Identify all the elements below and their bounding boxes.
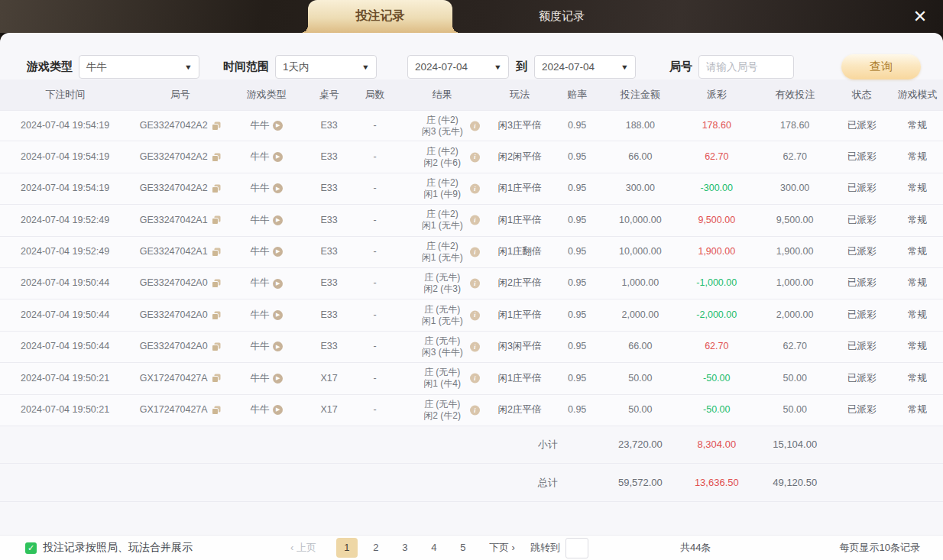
cell-table-no: E33 <box>303 246 355 258</box>
play-icon[interactable]: ▶ <box>273 342 283 351</box>
play-icon[interactable]: ▶ <box>273 279 283 289</box>
cell-status: 已派彩 <box>831 246 892 258</box>
tab-bet-records[interactable]: 投注记录 <box>308 0 452 33</box>
cell-game-type: 牛牛▶ <box>230 183 303 195</box>
cell-rounds: - <box>355 277 394 290</box>
copy-icon[interactable] <box>212 153 221 162</box>
merge-checkbox-label: 投注记录按照局、玩法合并展示 <box>43 541 193 555</box>
date-to-select[interactable]: 2024-07-04 ▼ <box>534 55 636 79</box>
info-icon[interactable]: i <box>470 247 480 257</box>
page-number-button[interactable]: 2 <box>365 538 387 558</box>
cell-bet-time: 2024-07-04 19:52:49 <box>0 246 130 258</box>
column-header: 投注金额 <box>605 89 675 101</box>
column-header: 赔率 <box>549 89 605 101</box>
cell-payout: 62.70 <box>675 341 758 353</box>
copy-icon[interactable] <box>212 311 221 320</box>
table-header-row: 下注时间局号游戏类型桌号局数结果玩法赔率投注金额派彩有效投注状态游戏模式 <box>0 79 943 110</box>
cell-play-type: 闲2庄平倍 <box>491 277 549 290</box>
date-to-label: 到 <box>516 60 527 74</box>
copy-icon[interactable] <box>212 215 221 225</box>
cell-odds: 0.95 <box>549 404 605 416</box>
close-button[interactable]: ✕ <box>905 0 935 33</box>
total-bet: 59,572.00 <box>605 477 675 489</box>
cell-status: 已派彩 <box>831 309 892 322</box>
play-icon[interactable]: ▶ <box>273 215 283 225</box>
jump-page-input[interactable] <box>565 538 588 558</box>
table-row: 2024-07-04 19:54:19GE33247042A2牛牛▶E33-庄 … <box>0 173 943 205</box>
play-icon[interactable]: ▶ <box>273 374 283 384</box>
page-number-button[interactable]: 3 <box>394 538 416 558</box>
copy-icon[interactable] <box>212 406 221 415</box>
play-icon[interactable]: ▶ <box>273 405 283 415</box>
table-row: 2024-07-04 19:50:44GE33247042A0牛牛▶E33-庄 … <box>0 332 943 363</box>
cell-result: 庄 (无牛)闲2 (牛3)i <box>394 272 491 295</box>
cell-table-no: E33 <box>303 215 355 227</box>
column-header: 桌号 <box>303 89 355 101</box>
cell-round-id: GE33247042A2 <box>130 120 230 132</box>
search-button[interactable]: 查询 <box>841 54 921 79</box>
copy-icon[interactable] <box>212 184 221 193</box>
copy-icon[interactable] <box>212 248 221 257</box>
cell-valid-bet: 50.00 <box>758 404 831 416</box>
column-header: 下注时间 <box>0 89 130 101</box>
date-from-select[interactable]: 2024-07-04 ▼ <box>407 55 509 79</box>
cell-bet-time: 2024-07-04 19:50:44 <box>0 277 130 290</box>
next-page-button[interactable]: 下页 › <box>489 541 515 555</box>
play-icon[interactable]: ▶ <box>273 121 283 131</box>
chevron-down-icon: ▼ <box>361 63 370 71</box>
info-icon[interactable]: i <box>470 405 480 415</box>
cell-valid-bet: 1,900.00 <box>758 246 831 258</box>
cell-result: 庄 (牛2)闲1 (无牛)i <box>394 209 491 231</box>
cell-status: 已派彩 <box>831 120 892 132</box>
copy-icon[interactable] <box>212 121 221 131</box>
info-icon[interactable]: i <box>470 152 480 162</box>
total-label: 总计 <box>491 477 606 489</box>
copy-icon[interactable] <box>212 374 221 383</box>
cell-rounds: - <box>355 215 394 227</box>
info-icon[interactable]: i <box>470 215 480 225</box>
merge-checkbox[interactable]: ✓ <box>25 542 37 554</box>
play-icon[interactable]: ▶ <box>273 310 283 320</box>
cell-bet-amount: 10,000.00 <box>605 215 675 227</box>
page-number-button[interactable]: 1 <box>336 538 358 558</box>
cell-bet-time: 2024-07-04 19:54:19 <box>0 120 130 132</box>
page-number-button[interactable]: 5 <box>452 538 474 558</box>
play-icon[interactable]: ▶ <box>273 152 283 162</box>
info-icon[interactable]: i <box>470 183 480 193</box>
page-number-button[interactable]: 4 <box>423 538 445 558</box>
cell-bet-time: 2024-07-04 19:50:21 <box>0 373 130 385</box>
cell-bet-amount: 300.00 <box>605 183 675 195</box>
play-icon[interactable]: ▶ <box>273 183 283 193</box>
cell-table-no: E33 <box>303 183 355 195</box>
close-icon: ✕ <box>913 7 927 27</box>
cell-valid-bet: 50.00 <box>758 373 831 385</box>
copy-icon[interactable] <box>212 342 221 351</box>
cell-round-id: GE33247042A1 <box>130 215 230 227</box>
info-icon[interactable]: i <box>470 279 480 289</box>
cell-table-no: E33 <box>303 309 355 322</box>
time-range-select[interactable]: 1天内 ▼ <box>275 55 377 79</box>
cell-game-type: 牛牛▶ <box>230 151 303 163</box>
column-header: 派彩 <box>675 89 758 101</box>
info-icon[interactable]: i <box>470 121 480 131</box>
round-id-input[interactable] <box>698 55 794 79</box>
table-row: 2024-07-04 19:50:44GE33247042A0牛牛▶E33-庄 … <box>0 268 943 299</box>
column-header: 游戏模式 <box>892 89 943 101</box>
cell-play-type: 闲2庄平倍 <box>491 404 549 416</box>
info-icon[interactable]: i <box>470 342 480 351</box>
cell-rounds: - <box>355 246 394 258</box>
prev-page-button[interactable]: ‹ 上页 <box>290 541 316 555</box>
play-icon[interactable]: ▶ <box>273 247 283 257</box>
cell-odds: 0.95 <box>549 309 605 322</box>
cell-valid-bet: 62.70 <box>758 341 831 353</box>
page-number-list: 12345 <box>336 538 481 558</box>
tab-quota-records[interactable]: 额度记录 <box>489 0 634 33</box>
info-icon[interactable]: i <box>470 310 480 320</box>
copy-icon[interactable] <box>212 279 221 288</box>
table-row: 2024-07-04 19:50:44GE33247042A0牛牛▶E33-庄 … <box>0 299 943 331</box>
cell-bet-amount: 50.00 <box>605 373 675 385</box>
cell-table-no: X17 <box>303 373 355 385</box>
info-icon[interactable]: i <box>470 374 480 384</box>
chevron-down-icon: ▼ <box>184 63 193 71</box>
game-type-select[interactable]: 牛牛 ▼ <box>79 55 199 79</box>
